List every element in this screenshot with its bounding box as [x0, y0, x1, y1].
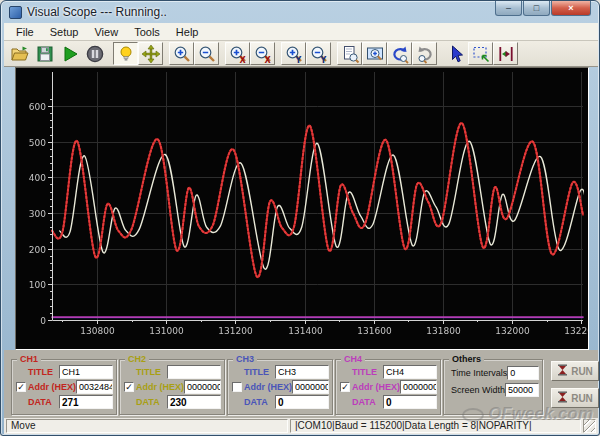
data-label: DATA — [339, 397, 383, 407]
title-input[interactable]: CH4 — [383, 365, 437, 379]
grid-light-button[interactable] — [113, 42, 138, 65]
title-bar[interactable]: Visual Scope --- Running.. – □ × — [1, 1, 599, 23]
channel-group-ch4: CH4TITLECH4✓Addr (HEX)00000000DATA0 — [335, 359, 441, 415]
title-label: TITLE — [339, 367, 383, 377]
zoom-x-out-icon: X — [253, 44, 273, 64]
zoom-in-icon — [172, 44, 192, 64]
app-icon — [9, 6, 22, 19]
rect-select-icon — [471, 44, 491, 64]
folder-open-icon — [10, 44, 30, 64]
hourglass-icon — [557, 391, 568, 405]
zoom-y-in-button[interactable]: Y — [281, 42, 306, 65]
channel-group-ch1: CH1TITLECH1✓Addr (HEX)00324843DATA271 — [11, 359, 117, 415]
scope-plot-panel — [15, 67, 589, 350]
screen-zoom-icon — [365, 44, 385, 64]
open-button[interactable] — [7, 42, 32, 65]
zoom-x-in-button[interactable]: X — [225, 42, 250, 65]
addr-input[interactable]: 00000000 — [184, 380, 221, 394]
rect-select-button[interactable] — [468, 42, 493, 65]
pan-button[interactable] — [138, 42, 163, 65]
title-label: TITLE — [15, 367, 59, 377]
channel-area: CH1TITLECH1✓Addr (HEX)00324843DATA271CH2… — [4, 350, 598, 418]
zoom-x-out-button[interactable]: X — [250, 42, 275, 65]
screen-width-label: Screen Width — [447, 385, 505, 395]
zoom-y-out-icon: Y — [309, 44, 329, 64]
save-button[interactable] — [32, 42, 57, 65]
window-controls: – □ × — [494, 1, 591, 16]
toolbar: XXYY — [4, 41, 598, 67]
menu-item-tools[interactable]: Tools — [126, 25, 168, 39]
channel-group-ch2: CH2TITLE✓Addr (HEX)00000000DATA230 — [119, 359, 225, 415]
addr-label: Addr (HEX) — [134, 382, 184, 392]
menu-item-file[interactable]: File — [8, 25, 42, 39]
zoom-x-in-icon: X — [228, 44, 248, 64]
scope-plot[interactable] — [16, 68, 588, 349]
addr-checkbox[interactable]: ✓ — [16, 382, 26, 392]
data-value[interactable]: 271 — [59, 395, 113, 409]
play-icon — [60, 44, 80, 64]
zoom-undo-button[interactable] — [387, 42, 412, 65]
menu-item-setup[interactable]: Setup — [42, 25, 87, 39]
zoom-window-button[interactable] — [362, 42, 387, 65]
data-value[interactable]: 230 — [167, 395, 221, 409]
zoom-fit-button[interactable] — [337, 42, 362, 65]
cursors-icon — [496, 44, 516, 64]
title-input[interactable] — [167, 365, 221, 379]
data-value[interactable]: 0 — [383, 395, 437, 409]
zoom-in-button[interactable] — [169, 42, 194, 65]
addr-checkbox[interactable] — [232, 382, 242, 392]
data-label: DATA — [15, 397, 59, 407]
minimize-button[interactable]: – — [495, 1, 522, 16]
status-mode: Move — [6, 419, 288, 433]
pointer-button[interactable] — [443, 42, 468, 65]
channel-caption: CH3 — [233, 354, 257, 364]
time-intervals-input[interactable]: 0 — [507, 366, 539, 380]
maximize-button[interactable]: □ — [523, 1, 550, 16]
move-cross-icon — [141, 44, 161, 64]
menu-item-help[interactable]: Help — [168, 25, 207, 39]
screen-width-input[interactable]: 50000 — [505, 383, 539, 397]
addr-label: Addr (HEX) — [26, 382, 76, 392]
zoom-y-out-button[interactable]: Y — [306, 42, 331, 65]
menu-bar: FileSetupViewToolsHelp — [4, 23, 598, 41]
data-label: DATA — [123, 397, 167, 407]
addr-input[interactable]: 00000000 — [292, 380, 329, 394]
run-button-1[interactable]: RUN — [551, 361, 599, 381]
status-bar: Move |COM10|Baud = 115200|Data Length = … — [4, 418, 598, 434]
close-button[interactable]: × — [551, 1, 591, 16]
start-button[interactable] — [57, 42, 82, 65]
fit-page-icon — [340, 44, 360, 64]
hourglass-icon — [557, 364, 568, 378]
resize-grip[interactable] — [583, 419, 596, 433]
menu-item-view[interactable]: View — [86, 25, 126, 39]
addr-label: Addr (HEX) — [242, 382, 292, 392]
pause-button[interactable] — [82, 42, 107, 65]
svg-text:Y: Y — [319, 56, 326, 64]
bulb-icon — [116, 44, 136, 64]
window-title: Visual Scope --- Running.. — [27, 5, 167, 19]
pause-icon — [85, 44, 105, 64]
addr-checkbox[interactable]: ✓ — [340, 382, 350, 392]
channel-caption: CH2 — [125, 354, 149, 364]
run-button-2[interactable]: RUN — [551, 388, 599, 408]
zoom-out-button[interactable] — [194, 42, 219, 65]
addr-input[interactable]: 00000000 — [400, 380, 437, 394]
others-group: OthersTime Intervals0Screen Width50000 — [443, 359, 543, 415]
title-label: TITLE — [231, 367, 275, 377]
svg-text:X: X — [264, 56, 271, 64]
data-value[interactable]: 0 — [275, 395, 329, 409]
run-button-column: RUNRUN — [551, 361, 599, 415]
cursors-button[interactable] — [493, 42, 518, 65]
undo-zoom-icon — [390, 44, 410, 64]
addr-checkbox[interactable]: ✓ — [124, 382, 134, 392]
channel-caption: CH1 — [17, 354, 41, 364]
title-label: TITLE — [123, 367, 167, 377]
addr-input[interactable]: 00324843 — [76, 380, 113, 394]
others-caption: Others — [449, 354, 484, 364]
addr-label: Addr (HEX) — [350, 382, 400, 392]
title-input[interactable]: CH3 — [275, 365, 329, 379]
svg-text:Y: Y — [294, 56, 301, 64]
pointer-icon — [446, 44, 466, 64]
zoom-redo-button[interactable] — [412, 42, 437, 65]
title-input[interactable]: CH1 — [59, 365, 113, 379]
